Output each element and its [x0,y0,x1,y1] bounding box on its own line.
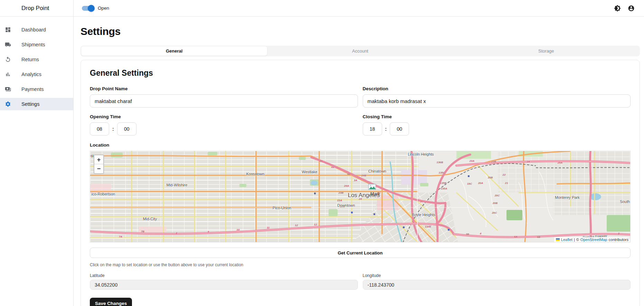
longitude-field-group: Longitude [363,273,631,290]
location-label: Location [90,142,631,148]
opening-time-group: Opening Time : [90,114,358,136]
truck-icon [5,41,11,48]
description-input[interactable] [363,94,631,108]
drop-point-name-input[interactable] [90,94,358,108]
location-map[interactable]: + − Mark tilKo [90,151,631,242]
map-zoom-control: + − [94,155,104,174]
ukraine-flag-icon [556,238,560,241]
closing-time-label: Closing Time [363,114,631,119]
gear-icon [5,101,11,107]
name-field-group: Drop Point Name [90,86,358,108]
sidebar-item-payments[interactable]: Payments [0,83,73,95]
tab-general[interactable]: General [81,46,267,56]
save-changes-button[interactable]: Save Changes [90,298,132,306]
name-label: Drop Point Name [90,86,358,91]
general-settings-card: General Settings Drop Point Name Descrip… [80,60,640,306]
sidebar-label: Shipments [21,42,45,47]
latitude-input[interactable] [90,280,358,290]
dashboard-grid-icon [5,27,11,33]
section-title: General Settings [90,68,631,78]
time-separator: : [385,126,387,132]
rotate-ccw-icon [5,56,11,63]
opening-hour-input[interactable] [90,122,109,136]
attribution-separator: | [574,238,575,242]
profile-button[interactable] [627,4,635,12]
open-status-toggle[interactable] [82,5,94,12]
zoom-out-button[interactable]: − [94,164,103,173]
map-helper-text: Click on the map to set location or use … [90,262,631,267]
top-bar-content: Open [74,0,644,16]
time-separator: : [112,126,114,132]
tab-storage[interactable]: Storage [453,46,639,56]
toggle-knob [88,5,95,12]
sidebar-item-settings[interactable]: Settings [0,98,73,110]
app-title: Drop Point [0,0,74,16]
closing-time-group: Closing Time : [363,114,631,136]
closing-minute-input[interactable] [390,122,409,136]
closing-hour-input[interactable] [363,122,382,136]
payments-icon [5,86,11,92]
bar-chart-icon [5,71,11,77]
sidebar-label: Settings [21,101,39,107]
settings-tabs: General Account Storage [80,46,640,56]
longitude-input[interactable] [363,280,631,290]
main-content: Settings General Account Storage General… [74,17,644,306]
map-attribution: Leaflet | © OpenStreetMap contributors [554,237,630,242]
zoom-in-button[interactable]: + [94,155,103,164]
sidebar-label: Payments [21,86,44,92]
osm-link[interactable]: OpenStreetMap [580,238,607,242]
theme-toggle-button[interactable] [614,4,621,12]
sidebar-item-returns[interactable]: Returns [0,53,73,66]
sidebar-label: Analytics [21,72,41,77]
opening-time-label: Opening Time [90,114,358,119]
brightness-icon [614,5,621,12]
latitude-label: Latitude [90,273,358,278]
map-tiles [90,151,631,242]
latitude-field-group: Latitude [90,273,358,290]
sidebar-label: Returns [21,57,39,62]
sidebar-label: Dashboard [21,27,46,33]
account-circle-icon [628,5,635,12]
open-status-label: Open [98,6,109,11]
longitude-label: Longitude [363,273,631,278]
top-bar-actions [614,4,635,12]
get-current-location-button[interactable]: Get Current Location [90,248,631,258]
leaflet-link[interactable]: Leaflet [561,238,572,242]
sidebar-item-dashboard[interactable]: Dashboard [0,24,73,36]
sidebar-item-analytics[interactable]: Analytics [0,68,73,81]
tab-account[interactable]: Account [267,46,453,56]
sidebar-item-shipments[interactable]: Shipments [0,38,73,51]
top-bar: Drop Point Open [0,0,644,17]
opening-minute-input[interactable] [117,122,136,136]
attribution-suffix: contributors [609,238,628,242]
copyright-symbol: © [576,238,579,242]
description-field-group: Description [363,86,631,108]
sidebar: Dashboard Shipments Returns Analytics Pa… [0,17,74,306]
description-label: Description [363,86,631,91]
page-title: Settings [80,26,640,37]
